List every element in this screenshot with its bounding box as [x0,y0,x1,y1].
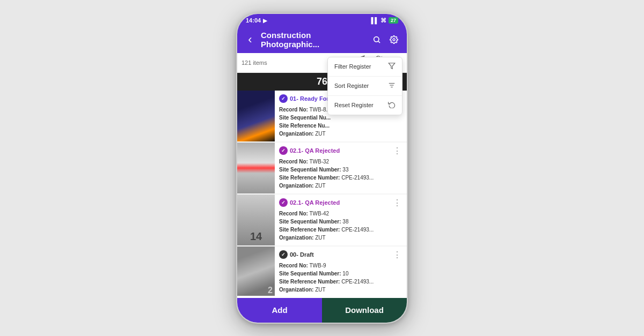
dropdown-menu: Filter Register Sort Register Reset Regi… [327,57,402,115]
nav-arrow-icon: ▶ [263,18,267,24]
phone-frame: 14:04 ▶ ▌▌ ⌘ 27 ‹ Construction Photograp… [236,13,408,324]
filter-register-item[interactable]: Filter Register [328,57,402,77]
signal-icon: ▌▌ [371,17,378,24]
reset-icon [388,101,396,110]
seq-field: Site Sequential Number: 38 [279,218,404,225]
org-field: Organization: ZUT [279,182,404,189]
svg-point-2 [393,39,395,41]
org-field: Organization: ZUT [279,234,404,241]
seq-field: Site Sequential Number: 33 [279,166,404,173]
item-thumbnail [237,143,275,193]
ref-field: Site Reference Number: CPE-21493... [279,174,404,181]
filter-register-label: Filter Register [334,63,371,70]
more-options-button[interactable]: ⋮ [391,198,404,208]
app-title: Construction Photographic... [261,31,366,49]
time-display: 14:04 [246,17,261,24]
svg-line-1 [378,41,380,43]
sort-register-label: Sort Register [334,83,369,89]
battery-indicator: 27 [389,17,398,24]
record-no-field: Record No: TWB-9 [279,262,404,269]
add-button[interactable]: Add [237,298,322,323]
record-no-field: Record No: TWB-32 [279,158,404,165]
settings-button[interactable] [387,33,400,46]
org-field: Organization: ZUT [279,286,404,293]
list-item[interactable]: 2 ✓ 00- Draft ⋮ Record No: TWB-9 Site Se… [237,247,407,296]
svg-point-0 [374,36,379,41]
org-field: Organization: ZUT [279,130,404,137]
search-button[interactable] [370,33,383,46]
status-label: 00- Draft [290,251,314,258]
more-options-button[interactable]: ⋮ [391,250,404,260]
ref-field: Site Reference Number: CPE-21493... [279,278,404,285]
status-icon-rejected: ✓ [279,146,288,155]
download-button[interactable]: Download [322,298,407,323]
sort-register-item[interactable]: Sort Register [328,77,402,96]
filter-icon [388,62,396,71]
record-no-field: Record No: TWB-42 [279,210,404,217]
seq-field: Site Sequential Number: 10 [279,270,404,277]
sort-icon [388,81,396,91]
item-thumbnail: 14 [237,195,275,245]
bottom-action-bar: Add Download [237,298,407,323]
wifi-icon: ⌘ [380,17,386,24]
status-label: 02.1- QA Rejected [290,199,340,206]
list-item[interactable]: 14 ✓ 02.1- QA Rejected ⋮ Record No: TWB-… [237,195,407,245]
back-button[interactable]: ‹ [244,33,257,46]
ref-field: Site Reference Number: CPE-21493... [279,226,404,233]
reset-register-item[interactable]: Reset Register [328,96,402,115]
status-icon-draft: ✓ [279,250,288,259]
ref-field: Site Reference Nu... [279,122,404,129]
status-icon-rejected: ✓ [279,198,288,207]
item-thumbnail [237,91,275,141]
svg-marker-8 [389,63,395,69]
item-thumbnail: 2 [237,247,275,296]
list-item[interactable]: ✓ 02.1- QA Rejected ⋮ Record No: TWB-32 … [237,143,407,193]
status-bar: 14:04 ▶ ▌▌ ⌘ 27 [237,14,407,26]
more-options-button[interactable]: ⋮ [391,146,404,156]
status-icon-ready: ✓ [279,94,288,103]
status-label: 02.1- QA Rejected [290,147,340,154]
app-header: ‹ Construction Photographic... [237,26,407,53]
reset-register-label: Reset Register [334,102,374,108]
